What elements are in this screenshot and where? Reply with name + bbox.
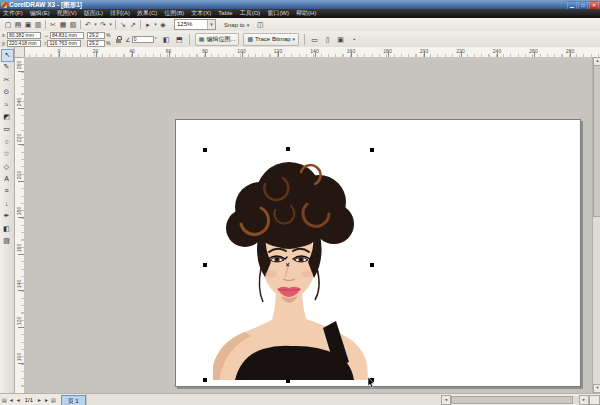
guidelines-setup-icon[interactable]: ◫ [255,19,265,30]
menu-item-1[interactable]: 文件(F) [3,9,23,18]
page-tab-strip [86,394,441,405]
paste-icon[interactable]: ▧ [68,19,78,30]
menu-item-8[interactable]: 文本(X) [191,9,211,18]
redo-icon[interactable]: ↷ [98,19,108,30]
mirror-vertical-button[interactable]: ⬒ [173,33,186,46]
zoom-level-combo[interactable]: 125% ▾ [174,19,216,30]
selection-handle[interactable] [286,147,290,151]
menu-item-4[interactable]: 版面(L) [84,9,103,18]
polygon-tool[interactable]: ☆ [1,148,12,159]
y-label: y: [2,40,6,46]
outline-pen-tool[interactable]: ✒ [1,210,12,221]
rotation-angle-field[interactable]: 0 [132,36,154,43]
vertical-scroll-thumb[interactable] [593,65,600,217]
fill-tool[interactable]: ◧ [1,223,12,234]
menu-item-11[interactable]: 窗口(W) [267,9,289,18]
application-launcher-icon[interactable]: ▸ [143,19,153,30]
corel-online-icon[interactable]: ◈ [158,19,168,30]
rectangle-tool[interactable]: ▭ [1,123,12,134]
zoom-level-value: 125% [177,20,192,29]
page-tab-1[interactable]: 页 1 [61,395,86,405]
shape-tool[interactable]: ✎ [1,61,12,72]
menu-item-3[interactable]: 视图(V) [57,9,77,18]
scroll-left-icon[interactable]: ◄ [441,395,451,405]
ellipse-tool[interactable]: ○ [1,136,12,147]
new-document-icon[interactable]: ▢ [3,19,13,30]
bitmap-color-mask-icon[interactable]: ▣ [334,33,347,46]
interactive-blend-tool[interactable]: ≡ [1,185,12,196]
add-page-icon[interactable]: ▤ [2,395,7,405]
menu-item-5[interactable]: 排列(A) [110,9,130,18]
straighten-bitmap-icon[interactable]: ◔ [347,33,360,46]
basic-shapes-tool[interactable]: ◇ [1,161,12,172]
horizontal-scrollbar[interactable]: ◄ ► [441,394,589,405]
last-page-icon[interactable]: ► [44,395,49,405]
v-ruler-number: 260 [16,60,22,70]
crop-bitmap-icon[interactable]: ▭ [308,33,321,46]
print-icon[interactable]: ▥ [33,19,43,30]
selection-handle[interactable] [370,148,374,152]
import-icon[interactable]: ↘ [118,19,128,30]
menu-item-6[interactable]: 效果(C) [137,9,157,18]
prev-page-icon[interactable]: ◄ [16,395,21,405]
v-ruler-number: 240 [16,97,22,107]
horizontal-scroll-thumb[interactable] [451,396,573,404]
snap-to-button[interactable]: Snap to ▾ [224,22,249,28]
export-icon[interactable]: ↗ [128,19,138,30]
save-icon[interactable]: ▣ [23,19,33,30]
nonproportional-scaling-lock-icon[interactable] [116,36,122,43]
x-position-field[interactable]: 80.382 mm [7,32,41,39]
rotation-group: ∠ 0 ° [125,36,156,43]
selection-handle[interactable] [286,379,290,383]
horizontal-scroll-track[interactable] [451,396,579,404]
scroll-down-icon[interactable]: ▼ [593,384,600,393]
open-icon[interactable]: ▤ [13,19,23,30]
edit-bitmap-button[interactable]: ▦ 编辑位图... [195,33,240,46]
zoom-dropdown-icon[interactable]: ▾ [207,20,215,29]
selection-handle[interactable] [203,148,207,152]
scroll-right-icon[interactable]: ► [579,395,589,405]
trace-bitmap-button[interactable]: ▩ Trace Bitmap ▾ [243,33,299,46]
pick-tool[interactable]: ↖ [1,49,14,62]
rotation-unit: ° [155,36,157,42]
redo-dropdown-icon[interactable]: ▾ [108,19,113,30]
zoom-tool[interactable]: ⊙ [1,86,12,97]
snap-dropdown-icon: ▾ [247,22,250,28]
text-tool[interactable]: A [1,173,12,184]
freehand-tool[interactable]: ≈ [1,99,12,110]
first-page-icon[interactable]: ◄ [9,395,14,405]
menu-item-7[interactable]: 位图(B) [164,9,184,18]
object-width-field[interactable]: 84.831 mm [50,32,84,39]
vertical-scrollbar[interactable]: ▲ ▼ [592,57,600,393]
selection-handle[interactable] [370,263,374,267]
v-ruler-number: 100 [16,352,22,362]
interactive-fill-tool[interactable]: ▨ [1,235,12,246]
selection-center-marker[interactable]: ✕ [285,263,290,267]
scale-v-unit: % [106,40,110,46]
menu-item-2[interactable]: 编辑(E) [30,9,50,18]
copy-icon[interactable]: ▦ [58,19,68,30]
selection-handle[interactable] [203,263,207,267]
next-page-icon[interactable]: ► [37,395,42,405]
menu-item-12[interactable]: 帮助(H) [296,9,316,18]
propbar-separator [189,34,190,45]
add-page-end-icon[interactable]: ▤ [51,395,56,405]
menu-item-10[interactable]: 工具(O) [240,9,261,18]
menu-item-9[interactable]: Table [218,9,232,18]
crop-tool[interactable]: ✂ [1,74,12,85]
object-height-field[interactable]: 116.763 mm [47,40,81,47]
scale-h-field[interactable]: 29.2 [87,32,105,39]
eyedropper-tool[interactable]: ↓ [1,198,12,209]
selection-handle[interactable] [203,378,207,382]
y-position-field[interactable]: 220.418 mm [7,40,41,47]
cut-icon[interactable]: ✂ [48,19,58,30]
resample-bitmap-icon[interactable]: ▯ [321,33,334,46]
edit-bitmap-label: 编辑位图... [206,35,235,44]
edit-bitmap-icon: ▦ [199,35,205,44]
app-icon [1,2,7,8]
smart-fill-tool[interactable]: ◩ [1,111,12,122]
scale-v-field[interactable]: 29.2 [87,40,105,47]
v-ruler-number: 120 [16,316,22,326]
undo-icon[interactable]: ↶ [83,19,93,30]
mirror-horizontal-button[interactable]: ◧ [160,33,173,46]
